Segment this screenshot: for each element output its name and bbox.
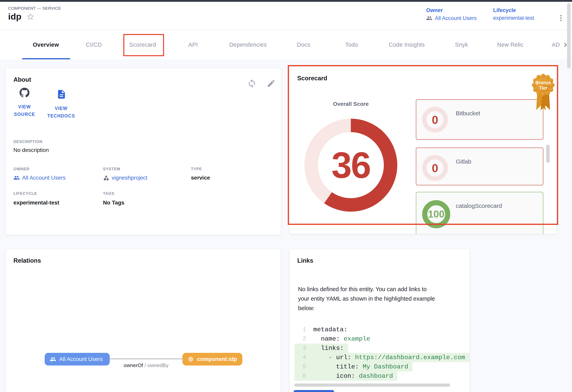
more-options-kebab-icon[interactable] xyxy=(557,13,565,24)
page-scrollbar[interactable] xyxy=(567,3,571,68)
tab-scorecard[interactable]: Scorecard xyxy=(129,30,156,59)
owner-field-value[interactable]: All Account Users xyxy=(14,175,65,181)
tab-dependencies[interactable]: Dependencies xyxy=(229,30,267,59)
owner-field-label: OWNER xyxy=(14,167,30,171)
relation-node-component[interactable]: component:idp xyxy=(182,353,242,365)
document-icon xyxy=(56,89,66,99)
tab-api[interactable]: API xyxy=(188,30,198,59)
scorecard-title: Scorecard xyxy=(297,75,327,82)
code-line: 3 links: xyxy=(294,343,348,353)
links-title: Links xyxy=(297,257,313,264)
view-techdocs-link[interactable]: VIEW TECHDOCS xyxy=(45,89,78,120)
tab-code-insights[interactable]: Code Insights xyxy=(389,30,425,59)
tags-field-label: TAGS xyxy=(103,191,114,196)
line-number: 2 xyxy=(297,334,306,343)
tab-ad[interactable]: AD xyxy=(552,30,560,59)
bronze-tier-badge: Bronze Tier xyxy=(528,71,556,113)
about-card: About VIEW SOURCE VIEW TECHDOCS DESCRIPT… xyxy=(5,68,281,235)
people-icon xyxy=(426,15,432,21)
description-label: DESCRIPTION xyxy=(14,139,43,144)
gauge-label: Bitbucket xyxy=(456,110,480,117)
badge-line1: Bronze xyxy=(535,80,551,85)
code-line: 4 - url: https://dashboard.example.com xyxy=(294,353,469,362)
browser-top-bar xyxy=(0,0,572,2)
system-field-value[interactable]: vigneshproject xyxy=(103,175,147,181)
gauge-label: Gitlab xyxy=(456,158,471,165)
people-icon xyxy=(50,356,56,362)
header-owner: Owner All Account Users xyxy=(426,7,477,21)
view-source-link[interactable]: VIEW SOURCE xyxy=(10,88,39,118)
gauge-ring: 0 xyxy=(422,155,448,181)
description-value: No description xyxy=(14,147,49,153)
lifecycle-label: Lifecycle xyxy=(493,7,534,14)
entity-header: COMPONENT — SERVICE idp Owner All Accoun… xyxy=(0,2,572,30)
entity-tabbar: OverviewCI/CDScorecardAPIDependenciesDoc… xyxy=(0,30,572,59)
relation-edge-label: ownerOf / ownedBy xyxy=(110,362,182,368)
overall-score-value: 36 xyxy=(332,144,370,186)
relations-title: Relations xyxy=(14,257,41,264)
line-number: 1 xyxy=(297,325,306,334)
tab-overview[interactable]: Overview xyxy=(33,30,59,59)
system-field-label: SYSTEM xyxy=(103,167,120,171)
badge-line2: Tier xyxy=(539,85,547,91)
gauge-value: 0 xyxy=(432,161,438,175)
type-field-label: TYPE xyxy=(191,167,202,171)
links-card: Links No links defined for this entity. … xyxy=(289,249,470,392)
yaml-code-block: 1metadata:2 name: example3 links:4 - url… xyxy=(294,325,469,381)
gauge-value: 0 xyxy=(432,113,438,126)
owner-label: Owner xyxy=(426,7,477,14)
favorite-star-icon[interactable] xyxy=(26,12,35,21)
github-icon xyxy=(20,88,30,98)
owner-value[interactable]: All Account Users xyxy=(426,15,477,21)
line-number: 5 xyxy=(297,362,306,371)
overall-score-donut: 36 xyxy=(304,119,397,212)
relation-node-owner[interactable]: All Account Users xyxy=(45,353,110,365)
gauge-ring: 0 xyxy=(422,107,448,132)
gauge-card-gitlab[interactable]: 0Gitlab xyxy=(416,147,543,185)
scorecard-list-scrollbar[interactable] xyxy=(546,145,550,163)
header-lifecycle: Lifecycle experimental-test xyxy=(493,7,534,21)
tab-ci-cd[interactable]: CI/CD xyxy=(86,30,102,59)
tab-todo[interactable]: Todo xyxy=(345,30,358,59)
tab-docs[interactable]: Docs xyxy=(297,30,310,59)
view-techdocs-label: VIEW TECHDOCS xyxy=(47,105,75,120)
tags-field-value: No Tags xyxy=(103,199,124,206)
breadcrumb: COMPONENT — SERVICE xyxy=(8,6,61,11)
lifecycle-field-value: experimental-test xyxy=(14,199,59,206)
overall-score-label: Overall Score xyxy=(304,101,397,107)
people-icon xyxy=(14,175,20,181)
code-line: 6 icon: dashboard xyxy=(294,371,397,381)
lifecycle-value: experimental-test xyxy=(493,15,534,21)
page-title: idp xyxy=(8,12,21,21)
code-line: 2 name: example xyxy=(294,334,375,343)
code-line: 1metadata: xyxy=(294,325,352,334)
gauge-card-bitbucket[interactable]: 0Bitbucket xyxy=(416,99,543,140)
view-source-label: VIEW SOURCE xyxy=(14,103,35,118)
category-icon xyxy=(103,175,109,181)
scorecard-card: Scorecard Bronze Tier Overall Scor xyxy=(289,67,556,234)
chip-icon xyxy=(188,356,194,362)
gauge-card-catalogscorecard[interactable]: 100catalogScorecard xyxy=(416,192,543,234)
about-title: About xyxy=(14,76,31,83)
relation-edge-line xyxy=(110,359,182,359)
line-number: 6 xyxy=(297,371,306,381)
line-number: 4 xyxy=(297,353,306,362)
edit-pencil-icon[interactable] xyxy=(267,79,276,88)
type-field-value: service xyxy=(191,175,210,181)
gauge-label: catalogScorecard xyxy=(456,203,502,209)
code-line: 5 title: My Dashboard xyxy=(294,362,413,371)
refresh-icon[interactable] xyxy=(247,79,256,88)
links-bottom-button[interactable] xyxy=(294,390,334,392)
tab-new-relic[interactable]: New Relic xyxy=(497,30,524,59)
relations-card: Relations All Account Users ownerOf / ow… xyxy=(5,249,281,392)
code-horizontal-scrollbar[interactable] xyxy=(294,383,450,387)
gauge-ring: 100 xyxy=(422,200,450,228)
lifecycle-field-label: LIFECYCLE xyxy=(14,191,37,196)
tab-snyk[interactable]: Snyk xyxy=(455,30,468,59)
links-empty-message: No links defined for this entity. You ca… xyxy=(298,284,464,313)
line-number: 3 xyxy=(297,343,306,353)
gauge-value: 100 xyxy=(428,209,444,220)
